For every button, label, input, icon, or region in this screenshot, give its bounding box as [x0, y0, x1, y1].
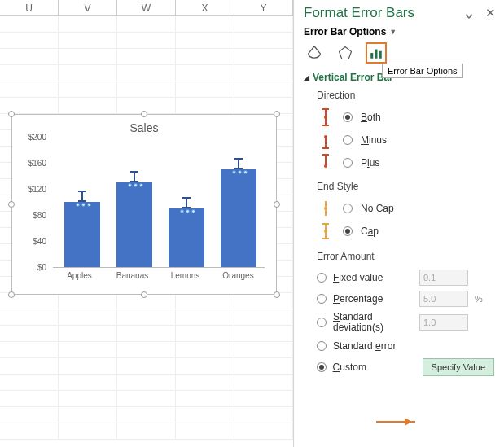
- x-tick-label: Lemons: [159, 271, 212, 280]
- svg-rect-1: [370, 53, 373, 59]
- resize-handle[interactable]: [141, 111, 147, 117]
- bar[interactable]: [169, 208, 204, 267]
- resize-handle[interactable]: [274, 291, 280, 298]
- col-header[interactable]: Y: [234, 0, 293, 15]
- svg-marker-0: [340, 47, 352, 59]
- col-header[interactable]: W: [117, 0, 176, 15]
- amount-fixed[interactable]: Fixed value 0.1: [317, 267, 494, 288]
- format-error-bars-pane: Format Error Bars ✕ Error Bar Options ▼ …: [293, 0, 504, 447]
- column-headers: U V W X Y: [0, 0, 293, 16]
- bar-options-icon[interactable]: [366, 42, 387, 64]
- error-minus-icon: [317, 131, 335, 149]
- radio[interactable]: [343, 204, 353, 213]
- chart-object[interactable]: Sales $0$40$80$120$160$200 ApplesBananas…: [11, 114, 277, 295]
- percentage-input: 5.0: [419, 291, 468, 307]
- fixed-value-input: 0.1: [419, 270, 468, 286]
- collapse-icon: ◢: [304, 73, 309, 81]
- cap-icon: [317, 222, 335, 240]
- x-axis: ApplesBananasLemonsOranges: [53, 271, 265, 280]
- svg-point-13: [324, 164, 327, 168]
- svg-rect-2: [375, 50, 378, 59]
- pct-unit: %: [475, 294, 483, 304]
- radio[interactable]: [317, 273, 327, 283]
- svg-point-10: [324, 135, 327, 138]
- amount-percentage[interactable]: Percentage 5.0 %: [317, 288, 494, 309]
- close-icon[interactable]: ✕: [484, 7, 496, 19]
- direction-plus[interactable]: Plus: [317, 151, 494, 174]
- radio[interactable]: [343, 112, 353, 122]
- fill-line-icon[interactable]: [304, 42, 325, 64]
- bar[interactable]: [116, 182, 152, 267]
- col-header[interactable]: X: [176, 0, 234, 15]
- svg-rect-3: [379, 51, 382, 59]
- effects-icon[interactable]: [335, 42, 356, 64]
- y-axis: $0$40$80$120$160$200: [20, 138, 50, 267]
- options-label: Error Bar Options: [304, 26, 386, 37]
- svg-point-15: [324, 207, 327, 210]
- nocap-icon: [317, 199, 335, 217]
- pane-options-dropdown-icon[interactable]: [465, 9, 473, 17]
- radio[interactable]: [317, 341, 327, 351]
- radio[interactable]: [317, 318, 327, 327]
- amount-custom[interactable]: Custom Specify Value: [317, 357, 494, 378]
- annotation-arrow: [376, 421, 415, 423]
- amount-stderr[interactable]: Standard error: [317, 335, 494, 357]
- bar[interactable]: [221, 169, 256, 267]
- endstyle-cap[interactable]: Cap: [317, 220, 494, 243]
- resize-handle[interactable]: [274, 201, 280, 208]
- pane-title: Format Error Bars: [304, 5, 465, 21]
- radio[interactable]: [317, 362, 327, 372]
- resize-handle[interactable]: [141, 291, 147, 298]
- tooltip: Error Bar Options: [382, 64, 463, 78]
- radio[interactable]: [317, 294, 327, 304]
- bar[interactable]: [64, 202, 100, 267]
- radio[interactable]: [343, 158, 353, 168]
- amount-label: Error Amount: [317, 251, 494, 262]
- x-tick-label: Bananas: [106, 271, 159, 280]
- resize-handle[interactable]: [8, 111, 15, 117]
- x-tick-label: Apples: [53, 271, 106, 280]
- direction-label: Direction: [317, 90, 494, 101]
- svg-point-19: [324, 230, 327, 233]
- col-header[interactable]: V: [59, 0, 117, 15]
- svg-point-7: [324, 116, 327, 119]
- resize-handle[interactable]: [8, 291, 15, 298]
- error-plus-icon: [317, 154, 335, 172]
- endstyle-label: End Style: [317, 181, 494, 192]
- direction-minus[interactable]: Minus: [317, 129, 494, 151]
- resize-handle[interactable]: [8, 201, 15, 208]
- error-bar-options-dropdown[interactable]: Error Bar Options ▼: [294, 24, 504, 42]
- col-header[interactable]: U: [0, 0, 59, 15]
- radio[interactable]: [343, 226, 353, 236]
- chevron-down-icon: ▼: [389, 28, 397, 36]
- radio[interactable]: [343, 135, 353, 145]
- stddev-input: 1.0: [419, 314, 468, 331]
- chart-title[interactable]: Sales: [12, 115, 276, 138]
- x-tick-label: Oranges: [212, 271, 265, 280]
- amount-stddev[interactable]: Standarddeviation(s) 1.0: [317, 309, 494, 335]
- specify-value-button[interactable]: Specify Value: [423, 358, 494, 376]
- direction-both[interactable]: Both: [317, 106, 494, 129]
- chart-plot-area[interactable]: $0$40$80$120$160$200: [53, 138, 265, 268]
- error-both-icon: [317, 108, 335, 126]
- resize-handle[interactable]: [274, 111, 280, 117]
- endstyle-nocap[interactable]: No Cap: [317, 197, 494, 220]
